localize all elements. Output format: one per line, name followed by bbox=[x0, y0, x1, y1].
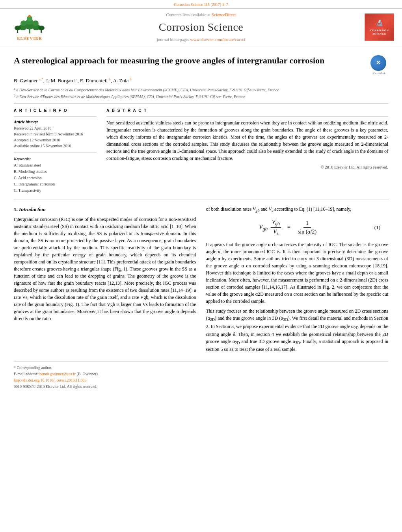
svg-rect-12 bbox=[41, 30, 42, 33]
volume-info-text: Corrosion Science 115 (2017) 1–7 bbox=[174, 2, 228, 7]
doi-line: http://dx.doi.org/10.1016/j.corsci.2016.… bbox=[14, 378, 388, 383]
journal-logo-box: 🔬 CORROSION SCIENCE bbox=[365, 13, 394, 41]
body-col-right: of both dissolution rates Vgb and Vs acc… bbox=[206, 206, 389, 356]
abstract-col: A B S T R A C T Non-sensitized austeniti… bbox=[106, 108, 388, 194]
article-info-heading: A R T I C L E I N F O bbox=[14, 108, 97, 113]
elsevier-label: ELSEVIER bbox=[17, 35, 42, 41]
intro-para-3: It appears that the groove angle α chara… bbox=[206, 241, 389, 305]
intro-para-2: of both dissolution rates Vgb and Vs acc… bbox=[206, 206, 389, 213]
equation-number: (1) bbox=[365, 224, 380, 232]
svg-point-6 bbox=[32, 20, 39, 26]
body-col-left: 1. Introduction Intergranular corrosion … bbox=[14, 206, 196, 356]
elsevier-logo-container: ELSEVIER bbox=[8, 13, 51, 41]
main-content: A stereological approach for measuring t… bbox=[0, 45, 402, 396]
body-content: 1. Introduction Intergranular corrosion … bbox=[14, 206, 388, 356]
journal-logo-icon: 🔬 bbox=[376, 19, 383, 27]
crossmark-label: CrossMark bbox=[370, 72, 388, 76]
divider-1 bbox=[14, 104, 388, 104]
volume-info: Corrosion Science 115 (2017) 1–7 bbox=[0, 0, 402, 9]
email-footnote: E-mail address: benoit.gwinner@cea.fr (B… bbox=[14, 371, 388, 377]
keyword-5: C. Transpassivity bbox=[14, 188, 97, 193]
intro-para-1: Intergranular corrosion (IGC) is one of … bbox=[14, 216, 196, 322]
article-title: A stereological approach for measuring t… bbox=[14, 55, 324, 67]
article-title-section: A stereological approach for measuring t… bbox=[14, 55, 388, 73]
email-link[interactable]: benoit.gwinner@cea.fr bbox=[39, 372, 76, 376]
affiliation-a: a a Den-Service de la Corrosion et du Co… bbox=[14, 87, 388, 93]
copyright-line: 0010-938X/© 2016 Elsevier Ltd. All right… bbox=[14, 384, 388, 389]
received-revised-date: Received in revised form 3 November 2016 bbox=[14, 132, 97, 137]
equation-box: Vgb Vgb Vs = 1 sin (α/2) (1) bbox=[214, 218, 381, 237]
intro-para-4: This study focuses on the relationship b… bbox=[206, 308, 389, 353]
article-info-col: A R T I C L E I N F O Article history: R… bbox=[14, 108, 97, 194]
article-history: Article history: Received 22 April 2016 … bbox=[14, 119, 97, 149]
divider-art-info bbox=[14, 117, 97, 117]
affiliations: a a Den-Service de la Corrosion et du Co… bbox=[14, 87, 388, 100]
svg-rect-11 bbox=[17, 30, 18, 33]
footnote-section: * Corresponding author. E-mail address: … bbox=[14, 361, 388, 389]
article-info-abstract: A R T I C L E I N F O Article history: R… bbox=[14, 108, 388, 194]
abstract-copyright: © 2016 Elsevier Ltd. All rights reserved… bbox=[106, 164, 388, 171]
body-divider bbox=[14, 200, 388, 200]
sciencedirect-link[interactable]: ScienceDirect bbox=[212, 12, 236, 17]
keyword-1: A. Stainless steel bbox=[14, 163, 97, 168]
svg-point-5 bbox=[20, 20, 27, 26]
divider-abstract bbox=[106, 117, 388, 117]
keyword-2: B. Modelling studies bbox=[14, 169, 97, 174]
keyword-3: C. Acid corrosion bbox=[14, 175, 97, 181]
crossmark-icon: ✕ bbox=[370, 55, 386, 71]
available-online-date: Available online 15 November 2016 bbox=[14, 143, 97, 149]
intro-section-title: 1. Introduction bbox=[14, 206, 196, 213]
journal-homepage: journal homepage: www.elsevier.com/locat… bbox=[51, 37, 351, 43]
accepted-date: Accepted 12 November 2016 bbox=[14, 137, 97, 143]
equation-content: Vgb Vgb Vs = 1 sin (α/2) bbox=[214, 218, 365, 237]
corresponding-author: * Corresponding author. bbox=[14, 365, 388, 371]
elsevier-tree-icon bbox=[12, 13, 47, 35]
journal-logo-text-line2: SCIENCE bbox=[372, 32, 386, 36]
journal-header: ELSEVIER Contents lists available at Sci… bbox=[0, 9, 402, 45]
then-text: Then bbox=[238, 332, 248, 337]
doi-link[interactable]: http://dx.doi.org/10.1016/j.corsci.2016.… bbox=[14, 378, 86, 382]
received-date: Received 22 April 2016 bbox=[14, 126, 97, 131]
divider-keywords bbox=[14, 152, 97, 152]
journal-title: Corrosion Science bbox=[51, 19, 351, 35]
affiliation-b: b b Den-Service d'Études des Réacteurs e… bbox=[14, 93, 388, 100]
keywords-heading: Keywords: bbox=[14, 156, 97, 162]
journal-header-center: Contents lists available at ScienceDirec… bbox=[51, 12, 351, 43]
authors: B. Gwinner a,*, J.-M. Borgard a, E. Dumo… bbox=[14, 77, 388, 85]
journal-logo-text-line1: CORROSION bbox=[370, 29, 389, 32]
homepage-url[interactable]: www.elsevier.com/locate/corsci bbox=[190, 37, 246, 42]
svg-point-8 bbox=[28, 15, 31, 17]
journal-logo-container: 🔬 CORROSION SCIENCE bbox=[351, 13, 394, 41]
abstract-heading: A B S T R A C T bbox=[106, 108, 388, 113]
page-wrapper: Corrosion Science 115 (2017) 1–7 bbox=[0, 0, 402, 396]
elsevier-logo: ELSEVIER bbox=[8, 13, 51, 41]
keyword-4: C. Intergranular corrosion bbox=[14, 182, 97, 187]
crossmark-badge[interactable]: ✕ CrossMark bbox=[370, 55, 388, 73]
abstract-text: Non-sensitized austenitic stainless stee… bbox=[106, 119, 388, 171]
sciencedirect-label: Contents lists available at ScienceDirec… bbox=[51, 12, 351, 18]
keywords-section: Keywords: A. Stainless steel B. Modellin… bbox=[14, 156, 97, 193]
